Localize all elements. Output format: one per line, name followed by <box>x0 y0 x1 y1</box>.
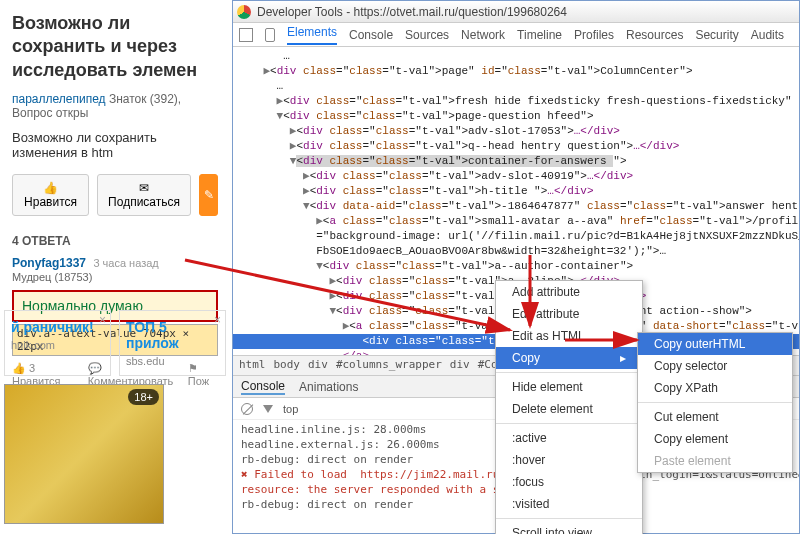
answers-heading: 4 ОТВЕТА <box>12 234 218 248</box>
chrome-icon <box>237 5 251 19</box>
dom-node[interactable]: ▶<div class="class="t-val">h-title ">…</… <box>233 184 799 199</box>
tab-profiles[interactable]: Profiles <box>574 28 614 42</box>
devtools-tabs: Elements Console Sources Network Timelin… <box>233 23 799 47</box>
close-icon[interactable]: × <box>214 313 221 327</box>
tab-security[interactable]: Security <box>695 28 738 42</box>
ctx-scroll-into-view[interactable]: Scroll into view <box>496 522 642 534</box>
tab-elements[interactable]: Elements <box>287 25 337 45</box>
tab-timeline[interactable]: Timeline <box>517 28 562 42</box>
dom-node[interactable]: ▼<div class="class="t-val">container-for… <box>233 154 799 169</box>
context-submenu-copy[interactable]: Copy outerHTML Copy selector Copy XPath … <box>637 332 793 473</box>
author-link[interactable]: параллелепипед <box>12 92 106 106</box>
answer-author: Ponyfag1337 3 часа назад Мудрец (18753) <box>12 256 218 284</box>
photo-ad[interactable]: 18+ <box>4 384 164 524</box>
ctx-visited[interactable]: :visited <box>496 493 642 515</box>
ctx-delete-element[interactable]: Delete element <box>496 398 642 420</box>
dom-node[interactable]: ▼<div data-aid="class="t-val">-186464787… <box>233 199 799 214</box>
ctx-copy-xpath[interactable]: Copy XPath <box>638 377 792 399</box>
crumb[interactable]: html <box>239 358 266 373</box>
separator <box>638 402 792 403</box>
crumb[interactable]: div <box>308 358 328 373</box>
age-badge: 18+ <box>128 389 159 405</box>
question-buttons: 👍 Нравится ✉ Подписаться ✎ <box>12 174 218 216</box>
dom-node[interactable]: ="background-image: url('//filin.mail.ru… <box>233 229 799 244</box>
dom-node[interactable]: ▶<div class="class="t-val">page" id="cla… <box>233 64 799 79</box>
card-link[interactable]: ТОП 5 прилож <box>126 319 179 351</box>
ad-card-1[interactable]: × й раничник! hnik.com <box>4 310 111 376</box>
context-menu[interactable]: Add attribute Edit attribute Edit as HTM… <box>495 280 643 534</box>
dom-node[interactable]: ▼<div class="class="t-val">page-question… <box>233 109 799 124</box>
side-cards: × й раничник! hnik.com × ТОП 5 прилож sb… <box>0 310 230 376</box>
card-link[interactable]: й раничник! <box>11 319 94 335</box>
devtools-titlebar[interactable]: Developer Tools - https://otvet.mail.ru/… <box>233 1 799 23</box>
ctx-add-attribute[interactable]: Add attribute <box>496 281 642 303</box>
ctx-hide-element[interactable]: Hide element <box>496 376 642 398</box>
clear-console-icon[interactable] <box>241 403 253 415</box>
ad-card-2[interactable]: × ТОП 5 прилож sbs.edu <box>119 310 226 376</box>
dom-node[interactable]: … <box>233 49 799 64</box>
author-line: параллелепипед Знаток (392), Вопрос откр… <box>12 92 218 120</box>
dom-node[interactable]: ▶<a class="class="t-val">small-avatar a-… <box>233 214 799 229</box>
tab-sources[interactable]: Sources <box>405 28 449 42</box>
dom-node[interactable]: ▶<div class="class="t-val">adv-slot-1705… <box>233 124 799 139</box>
question-title: Возможно ли сохранить и через исследоват… <box>12 12 218 82</box>
ctx-edit-as-html[interactable]: Edit as HTML <box>496 325 642 347</box>
device-icon[interactable] <box>265 28 275 42</box>
like-button[interactable]: 👍 Нравится <box>12 174 89 216</box>
ctx-copy[interactable]: Copy <box>496 347 642 369</box>
ctx-copy-selector[interactable]: Copy selector <box>638 355 792 377</box>
crumb[interactable]: body <box>274 358 301 373</box>
separator <box>496 423 642 424</box>
tab-audits[interactable]: Audits <box>751 28 784 42</box>
card-sub: hnik.com <box>11 339 104 351</box>
tab-console[interactable]: Console <box>349 28 393 42</box>
tab-network[interactable]: Network <box>461 28 505 42</box>
answer-rank: Мудрец (18753) <box>12 271 92 283</box>
console-tab-console[interactable]: Console <box>241 379 285 395</box>
close-icon[interactable]: × <box>99 313 106 327</box>
ctx-copy-element[interactable]: Copy element <box>638 428 792 450</box>
ctx-copy-outerhtml[interactable]: Copy outerHTML <box>638 333 792 355</box>
question-body: Возможно ли сохранить изменения в htm <box>12 130 218 160</box>
reply-button[interactable]: ✎ <box>199 174 218 216</box>
console-tab-animations[interactable]: Animations <box>299 380 358 394</box>
ctx-focus[interactable]: :focus <box>496 471 642 493</box>
ctx-edit-attribute[interactable]: Edit attribute <box>496 303 642 325</box>
filter-icon[interactable] <box>263 405 273 413</box>
subscribe-button[interactable]: ✉ Подписаться <box>97 174 191 216</box>
dom-node[interactable]: ▶<div class="class="t-val">adv-slot-4091… <box>233 169 799 184</box>
dom-node[interactable]: ▼<div class="class="t-val">a--author-con… <box>233 259 799 274</box>
crumb[interactable]: #columns_wrapper <box>336 358 442 373</box>
answer-time: 3 часа назад <box>93 257 158 269</box>
ctx-hover[interactable]: :hover <box>496 449 642 471</box>
dom-node[interactable]: … <box>233 79 799 94</box>
card-sub: sbs.edu <box>126 355 219 367</box>
answer-author-link[interactable]: Ponyfag1337 <box>12 256 86 270</box>
ctx-active[interactable]: :active <box>496 427 642 449</box>
context-select[interactable]: top <box>283 403 298 415</box>
dom-node[interactable]: ▶<div class="class="t-val">fresh hide fi… <box>233 94 799 109</box>
ctx-cut-element[interactable]: Cut element <box>638 406 792 428</box>
separator <box>496 518 642 519</box>
crumb[interactable]: div <box>450 358 470 373</box>
dom-node[interactable]: FbSOE1do9aecB_AOuaoBVO0Ar8bw&width=32&he… <box>233 244 799 259</box>
inspect-icon[interactable] <box>239 28 253 42</box>
tab-resources[interactable]: Resources <box>626 28 683 42</box>
separator <box>496 372 642 373</box>
window-title: Developer Tools - https://otvet.mail.ru/… <box>257 5 567 19</box>
dom-node[interactable]: ▶<div class="class="t-val">q--head hentr… <box>233 139 799 154</box>
ctx-paste-element: Paste element <box>638 450 792 472</box>
